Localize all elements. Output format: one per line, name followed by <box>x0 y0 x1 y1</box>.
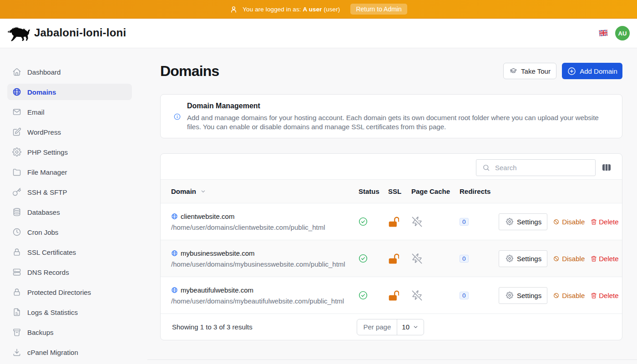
svg-text:AU: AU <box>618 30 627 37</box>
